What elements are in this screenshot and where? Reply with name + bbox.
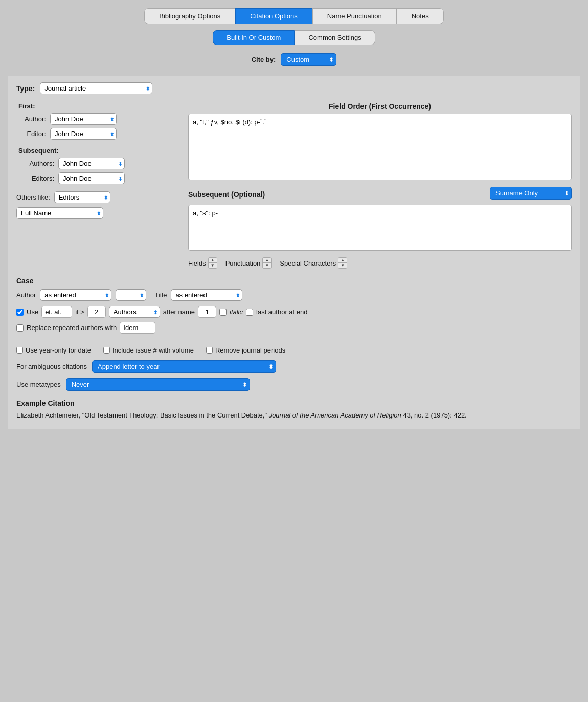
example-citation-text: Elizabeth Achtemeier, "Old Testament The… xyxy=(16,410,572,421)
others-like-row: Others like: Editors Authors xyxy=(16,191,180,203)
include-issue-label: Include issue # with volume xyxy=(112,346,194,354)
punctuation-label: Punctuation xyxy=(225,259,261,267)
two-column-layout: First: Author: John Doe Editor: John Doe xyxy=(16,102,572,271)
example-text-before: Elizabeth Achtemeier, "Old Testament The… xyxy=(16,411,269,419)
ambiguous-select-wrap: Append letter to year Add title None xyxy=(92,360,276,373)
tab-citation-options[interactable]: Citation Options xyxy=(235,8,312,24)
fields-spinner[interactable]: ▲ ▼ xyxy=(208,257,217,269)
author-first-label: Author: xyxy=(16,115,46,123)
replace-repeated-label: Replace repeated authors with xyxy=(27,324,117,332)
metatypes-select[interactable]: Never Always When needed xyxy=(66,378,250,391)
et-al-after-name-input[interactable] xyxy=(198,306,216,318)
cite-by-select[interactable]: Custom Author-Date Number Note xyxy=(281,53,336,66)
editor-first-select[interactable]: John Doe xyxy=(50,128,117,140)
et-al-italic-checkbox[interactable] xyxy=(219,309,227,316)
example-citation-section: Example Citation Elizabeth Achtemeier, "… xyxy=(16,399,572,421)
cite-by-label: Cite by: xyxy=(252,56,276,63)
main-content: Type: Journal article Book Book Section … xyxy=(8,76,580,429)
type-label: Type: xyxy=(16,84,35,93)
author-case-label: Author xyxy=(16,291,36,299)
subsequent-optional-select-wrap: Surname Only Full Name Initials xyxy=(490,187,572,200)
others-like-select-wrap: Editors Authors xyxy=(54,191,110,203)
ambiguous-citations-row: For ambiguous citations Append letter to… xyxy=(16,360,572,373)
subsequent-optional-select[interactable]: Surname Only Full Name Initials xyxy=(490,187,572,200)
special-chars-toolbar-item: Special Characters ▲ ▼ xyxy=(280,257,347,269)
ambiguous-select[interactable]: Append letter to year Add title None xyxy=(92,360,276,373)
authors-subsequent-select[interactable]: John Doe xyxy=(58,158,125,169)
ambiguous-label: For ambiguous citations xyxy=(16,363,87,370)
divider xyxy=(16,340,572,340)
year-only-checkbox[interactable] xyxy=(16,347,23,354)
tab-notes[interactable]: Notes xyxy=(397,8,444,24)
left-column: First: Author: John Doe Editor: John Doe xyxy=(16,102,180,271)
author-first-select[interactable]: John Doe xyxy=(50,113,117,125)
metatypes-label: Use metatypes xyxy=(16,381,61,388)
special-chars-spinner[interactable]: ▲ ▼ xyxy=(338,257,347,269)
et-al-text-input[interactable] xyxy=(41,306,72,318)
type-select[interactable]: Journal article Book Book Section Thesis… xyxy=(40,82,152,94)
first-section-label: First: xyxy=(18,102,180,110)
metatypes-row: Use metatypes Never Always When needed xyxy=(16,378,572,391)
others-like-select[interactable]: Editors Authors xyxy=(54,191,110,203)
full-name-select[interactable]: Full Name Surname Only Initials xyxy=(16,207,103,219)
author-case-select[interactable]: as entered lowercase uppercase title cas… xyxy=(40,289,111,301)
et-al-authors-select-wrap: Authors Editors xyxy=(109,306,160,318)
et-al-authors-select[interactable]: Authors Editors xyxy=(109,306,160,318)
subsequent-section-label: Subsequent: xyxy=(18,147,180,155)
authors-subsequent-select-wrap: John Doe xyxy=(58,158,125,169)
author-case-extra-select-wrap: normal bold italic xyxy=(116,289,146,301)
remove-periods-label: Remove journal periods xyxy=(215,346,285,354)
editors-subsequent-row: Editors: John Doe xyxy=(16,172,180,184)
editor-first-label: Editor: xyxy=(16,130,46,138)
include-issue-checkbox[interactable] xyxy=(103,347,110,354)
cite-by-select-wrap: Custom Author-Date Number Note xyxy=(281,53,336,66)
field-order-title: Field Order (First Occurrence) xyxy=(188,102,572,111)
et-al-checkbox[interactable] xyxy=(16,309,24,316)
fields-toolbar-item: Fields ▲ ▼ xyxy=(188,257,217,269)
title-case-select-wrap: as entered lowercase uppercase title cas… xyxy=(171,289,242,301)
author-case-select-wrap: as entered lowercase uppercase title cas… xyxy=(40,289,111,301)
editors-subsequent-select-wrap: John Doe xyxy=(58,172,125,184)
cite-by-row: Cite by: Custom Author-Date Number Note xyxy=(8,53,580,66)
et-al-if-value-input[interactable] xyxy=(87,306,106,318)
et-al-last-author-checkbox[interactable] xyxy=(246,309,253,316)
metatypes-select-wrap: Never Always When needed xyxy=(66,378,250,391)
bottom-checks-row: Use year-only for date Include issue # w… xyxy=(16,346,572,354)
sub-tab-bar: Built-in Or Custom Common Settings xyxy=(8,30,580,45)
et-al-italic-label: italic xyxy=(230,308,243,316)
case-row: Author as entered lowercase uppercase ti… xyxy=(16,289,572,301)
subsequent-optional-textarea[interactable]: a, "s": p- xyxy=(188,205,572,251)
replace-repeated-row: Replace repeated authors with xyxy=(16,322,572,334)
editors-subsequent-select[interactable]: John Doe xyxy=(58,172,125,184)
authors-subsequent-label: Authors: xyxy=(16,160,54,167)
remove-periods-check-item: Remove journal periods xyxy=(206,346,285,354)
field-order-textarea[interactable]: a, "t," ƒv, $no. $i (d): p-`.` xyxy=(188,114,572,180)
right-column: Field Order (First Occurrence) a, "t," ƒ… xyxy=(188,102,572,271)
case-title: Case xyxy=(16,277,572,285)
editor-first-row: Editor: John Doe xyxy=(16,128,180,140)
subsequent-optional-title: Subsequent (Optional) xyxy=(188,188,265,199)
sub-tab-builtin-custom[interactable]: Built-in Or Custom xyxy=(213,30,295,45)
authors-subsequent-row: Authors: John Doe xyxy=(16,158,180,169)
punctuation-spinner[interactable]: ▲ ▼ xyxy=(262,257,272,269)
replace-repeated-checkbox[interactable] xyxy=(16,324,24,332)
type-select-wrap: Journal article Book Book Section Thesis… xyxy=(40,82,152,94)
et-al-row: Use if > Authors Editors after name ital… xyxy=(16,306,572,318)
tab-name-punctuation[interactable]: Name Punctuation xyxy=(312,8,397,24)
et-al-last-author-label: last author at end xyxy=(256,308,307,316)
full-name-row: Full Name Surname Only Initials xyxy=(16,207,180,219)
punctuation-toolbar-item: Punctuation ▲ ▼ xyxy=(225,257,272,269)
title-case-label: Title xyxy=(154,291,167,299)
author-case-extra-select[interactable]: normal bold italic xyxy=(116,289,146,301)
tab-bibliography-options[interactable]: Bibliography Options xyxy=(144,8,235,24)
year-only-check-item: Use year-only for date xyxy=(16,346,91,354)
sub-tab-common-settings[interactable]: Common Settings xyxy=(295,30,375,45)
remove-periods-checkbox[interactable] xyxy=(206,347,213,354)
include-issue-check-item: Include issue # with volume xyxy=(103,346,194,354)
author-first-select-wrap: John Doe xyxy=(50,113,117,125)
author-first-row: Author: John Doe xyxy=(16,113,180,125)
replace-repeated-input[interactable] xyxy=(120,322,155,334)
title-case-select[interactable]: as entered lowercase uppercase title cas… xyxy=(171,289,242,301)
others-like-label: Others like: xyxy=(16,193,50,201)
example-citation-title: Example Citation xyxy=(16,399,572,407)
